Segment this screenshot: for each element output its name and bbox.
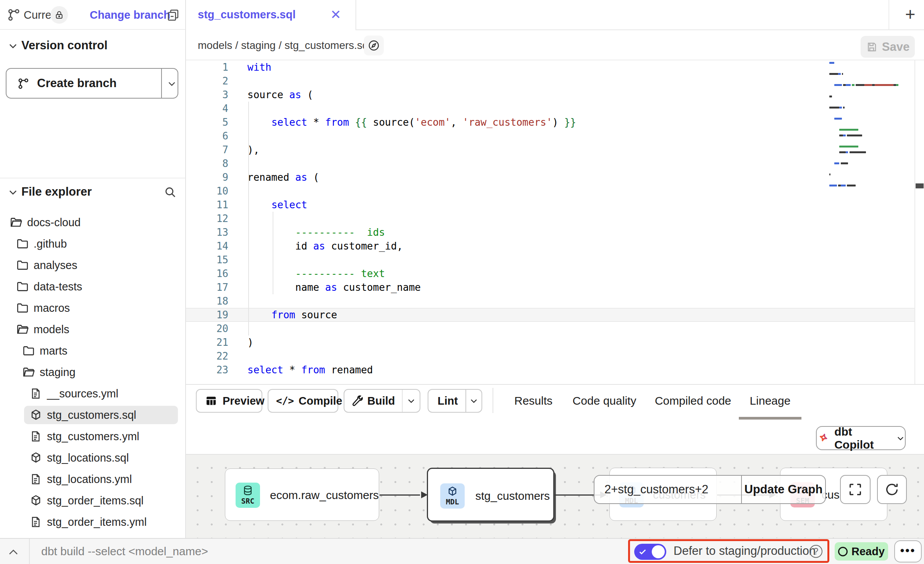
minimap-line — [839, 129, 858, 131]
line-number: 9 — [186, 170, 228, 184]
fullscreen-icon — [848, 482, 863, 497]
line-number: 3 — [186, 88, 228, 102]
model-icon — [29, 494, 42, 509]
divider — [29, 539, 30, 564]
file-icon — [29, 473, 42, 487]
build-dropdown[interactable] — [402, 396, 420, 405]
defer-toggle[interactable] — [634, 544, 666, 560]
result-tab-results[interactable]: Results — [514, 389, 552, 413]
help-icon[interactable]: ? — [809, 545, 822, 558]
lint-button[interactable]: Lint — [428, 389, 482, 413]
more-options-button[interactable]: ••• — [894, 540, 922, 562]
minimap-line — [839, 135, 843, 136]
editor-toolbar: Preview </> Compile Build Lint — [186, 384, 924, 454]
lineage-node-ecom-raw-customers[interactable]: SRCecom.raw_customers — [225, 468, 379, 521]
status-ring-icon — [838, 547, 848, 556]
branch-header: Current Change branch — [0, 0, 185, 30]
create-branch-label: Create branch — [37, 69, 116, 98]
fullscreen-button[interactable] — [840, 475, 871, 504]
minimap-line — [847, 185, 856, 186]
tree-item-label: stg_order_items.sql — [47, 490, 144, 511]
build-button[interactable]: Build — [344, 389, 420, 413]
tab-stg-customers[interactable]: stg_customers.sql ✕ — [186, 0, 356, 30]
code-text: select * from renamed — [247, 363, 373, 377]
new-tab-button[interactable]: + — [897, 0, 924, 29]
search-icon[interactable] — [163, 185, 177, 201]
minimap-line — [842, 73, 843, 75]
lineage-selector-overlay: 2+stg_customers+2 Update Graph — [594, 475, 826, 504]
create-branch-button[interactable]: Create branch — [6, 68, 178, 99]
code-text: ), — [247, 143, 259, 157]
minimap[interactable] — [829, 61, 915, 252]
line-number: 21 — [186, 335, 228, 349]
tree-item-stg-order-items-yml[interactable]: stg_order_items.yml — [0, 511, 185, 533]
line-number: 8 — [186, 157, 228, 170]
save-button[interactable]: Save — [861, 36, 915, 58]
file-icon — [29, 387, 42, 402]
line-number: 22 — [186, 349, 228, 363]
update-graph-button[interactable]: Update Graph — [742, 476, 825, 503]
tab-title: stg_customers.sql — [198, 0, 296, 29]
folder-icon — [22, 344, 35, 359]
result-tab-compiled-code[interactable]: Compiled code — [655, 389, 731, 413]
lineage-canvas[interactable]: SRCecom.raw_customersMDLstg_customersMDL… — [186, 454, 924, 538]
result-tab-code-quality[interactable]: Code quality — [573, 389, 636, 413]
chevron-up-icon[interactable] — [8, 548, 19, 558]
create-branch-dropdown[interactable] — [167, 79, 177, 90]
minimap-line — [841, 162, 848, 164]
sidebar: Current Change branch Version control Cr… — [0, 0, 186, 538]
folder-icon — [16, 301, 29, 316]
badge-label: SRC — [241, 497, 254, 505]
lineage-selector-input[interactable]: 2+stg_customers+2 — [594, 476, 741, 503]
compass-icon[interactable] — [364, 36, 384, 55]
minimap-line — [856, 84, 864, 86]
file-explorer-section-header[interactable]: File explorer — [0, 178, 185, 204]
code-text: renamed as ( — [247, 170, 319, 184]
tree-item--sources-yml[interactable]: __sources.yml — [0, 383, 185, 404]
tree-item-data-tests[interactable]: data-tests — [0, 276, 185, 297]
minimap-line — [864, 84, 872, 86]
line-number: 13 — [186, 225, 228, 239]
result-tab-lineage[interactable]: Lineage — [750, 389, 791, 413]
lineage-node-stg-customers[interactable]: MDLstg_customers — [427, 468, 554, 522]
change-branch-link[interactable]: Change branch — [90, 0, 170, 30]
minimap-line — [846, 151, 848, 153]
tree-item-macros[interactable]: macros — [0, 297, 185, 319]
tree-item-stg-locations-yml[interactable]: stg_locations.yml — [0, 468, 185, 490]
minimap-line — [843, 135, 846, 136]
tree-item-label: analyses — [34, 254, 77, 276]
tree-item-analyses[interactable]: analyses — [0, 254, 185, 276]
compile-button[interactable]: </> Compile — [268, 389, 338, 413]
copy-icon[interactable] — [166, 8, 180, 24]
refresh-button[interactable] — [877, 475, 907, 504]
tree-item-stg-locations-sql[interactable]: stg_locations.sql — [0, 447, 185, 468]
tree-item-label: models — [34, 319, 69, 340]
tree-item-staging[interactable]: staging — [0, 361, 185, 383]
tree-item-marts[interactable]: marts — [0, 340, 185, 361]
close-icon[interactable]: ✕ — [330, 7, 341, 22]
dbt-copilot-button[interactable]: dbt Copilot — [816, 426, 906, 450]
tree-item-docs-cloud[interactable]: docs-cloud — [0, 212, 185, 233]
line-number: 14 — [186, 239, 228, 253]
model-icon — [29, 408, 42, 423]
minimap-line — [829, 96, 832, 97]
version-control-section-header[interactable]: Version control — [0, 32, 185, 59]
tree-item-stg-customers-sql[interactable]: stg_customers.sql — [0, 404, 185, 426]
main-panel: stg_customers.sql ✕ + models / staging /… — [186, 0, 924, 538]
preview-button[interactable]: Preview — [196, 389, 262, 413]
code-line-4: 4 — [186, 102, 924, 115]
node-label: ecom.raw_customers — [270, 488, 379, 502]
copilot-star-icon — [817, 431, 830, 445]
minimap-line — [850, 151, 866, 153]
tree-item--github[interactable]: .github — [0, 233, 185, 254]
code-line-1: 1with — [186, 60, 924, 74]
minimap-line — [875, 84, 894, 86]
folder-icon — [16, 237, 29, 252]
tree-item-stg-customers-yml[interactable]: stg_customers.yml — [0, 426, 185, 447]
lint-dropdown[interactable] — [466, 396, 481, 405]
tree-item-models[interactable]: models — [0, 319, 185, 340]
tree-item-stg-order-items-sql[interactable]: stg_order_items.sql — [0, 490, 185, 511]
minimap-line — [893, 84, 896, 86]
command-input[interactable]: dbt build --select <model_name> — [41, 539, 208, 564]
code-editor[interactable]: 1with23source as (45 select * from {{ so… — [186, 60, 924, 384]
